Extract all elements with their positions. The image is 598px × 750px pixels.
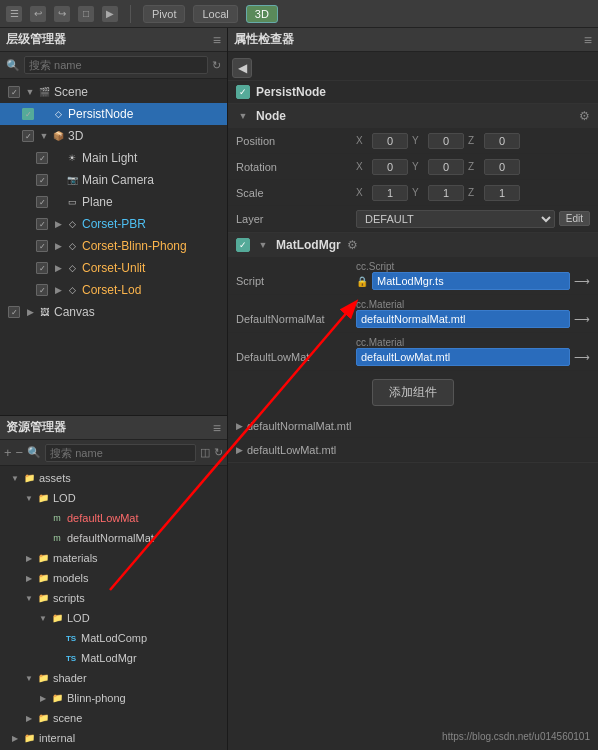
asset-item-defaultnormalmat[interactable]: m defaultNormalMat xyxy=(0,528,227,548)
refresh-icon[interactable]: ↻ xyxy=(212,59,221,72)
asset-item-scene[interactable]: 📁 scene xyxy=(0,708,227,728)
redo-icon[interactable]: ↪ xyxy=(54,6,70,22)
node-header[interactable]: Node ⚙ xyxy=(228,104,598,128)
asset-item-lod[interactable]: 📁 LOD xyxy=(0,488,227,508)
layer-select[interactable]: DEFAULT xyxy=(356,210,555,228)
vis-cb-corset-pbr[interactable]: ✓ xyxy=(36,218,48,230)
matlod-checkbox[interactable]: ✓ xyxy=(236,238,250,252)
persist-checkbox[interactable]: ✓ xyxy=(236,85,250,99)
asset-item-blinn[interactable]: 📁 Blinn-phong xyxy=(0,688,227,708)
scale-y-input[interactable] xyxy=(428,185,464,201)
arrow-scripts[interactable] xyxy=(22,591,36,605)
menu-icon[interactable]: ☰ xyxy=(6,6,22,22)
vis-cb-scene[interactable]: ✓ xyxy=(8,86,20,98)
add-asset-icon[interactable]: + xyxy=(4,445,12,460)
arrow-corset-unlit[interactable] xyxy=(51,261,65,275)
back-btn[interactable]: ◀ xyxy=(232,58,252,78)
hierarchy-menu-icon[interactable]: ≡ xyxy=(213,32,221,48)
node-gear-icon[interactable]: ⚙ xyxy=(579,109,590,123)
assets-menu-icon[interactable]: ≡ xyxy=(213,420,221,436)
tree-item-3d[interactable]: ✓ 📦 3D xyxy=(0,125,227,147)
arrow-corset-blinn[interactable] xyxy=(51,239,65,253)
default-normal-mat-input[interactable] xyxy=(356,310,570,328)
script-link-icon[interactable]: ⟶ xyxy=(574,275,590,288)
rot-x-input[interactable] xyxy=(372,159,408,175)
tree-item-plane[interactable]: ✓ ▭ Plane xyxy=(0,191,227,213)
vis-cb-corset-blinn[interactable]: ✓ xyxy=(36,240,48,252)
arrow-scripts-lod[interactable] xyxy=(36,611,50,625)
asset-item-models[interactable]: 📁 models xyxy=(0,568,227,588)
vis-cb-persistnode[interactable]: ✓ xyxy=(22,108,34,120)
search-asset-icon[interactable]: 🔍 xyxy=(27,446,41,459)
arrow-models[interactable] xyxy=(22,571,36,585)
script-input[interactable] xyxy=(372,272,570,290)
asset-item-assets[interactable]: 📁 assets xyxy=(0,468,227,488)
tree-item-persistnode[interactable]: ✓ ◇ PersistNode xyxy=(0,103,227,125)
matlod-header[interactable]: ✓ MatLodMgr ⚙ xyxy=(228,233,598,257)
asset-item-matlodmgr[interactable]: TS MatLodMgr xyxy=(0,648,227,668)
pos-x-input[interactable] xyxy=(372,133,408,149)
vis-cb-plane[interactable]: ✓ xyxy=(36,196,48,208)
collapse-icon[interactable]: ◫ xyxy=(200,446,210,459)
layer-edit-btn[interactable]: Edit xyxy=(559,211,590,226)
pos-y-input[interactable] xyxy=(428,133,464,149)
rot-z-input[interactable] xyxy=(484,159,520,175)
scale-x-input[interactable] xyxy=(372,185,408,201)
asset-item-defaultlowmat[interactable]: m defaultLowMat xyxy=(0,508,227,528)
expand-row-low[interactable]: ▶ defaultLowMat.mtl xyxy=(228,438,598,462)
tree-item-scene[interactable]: ✓ 🎬 Scene xyxy=(0,81,227,103)
refresh-asset-icon[interactable]: ↻ xyxy=(214,446,223,459)
arrow-shader[interactable] xyxy=(22,671,36,685)
asset-item-shader[interactable]: 📁 shader xyxy=(0,668,227,688)
vis-cb-mainlight[interactable]: ✓ xyxy=(36,152,48,164)
inspector-menu-icon[interactable]: ≡ xyxy=(584,32,592,48)
vis-cb-canvas[interactable]: ✓ xyxy=(8,306,20,318)
assets-search-input[interactable] xyxy=(45,444,196,462)
tree-item-mainlight[interactable]: ✓ ☀ Main Light xyxy=(0,147,227,169)
low-mat-link-icon[interactable]: ⟶ xyxy=(574,351,590,364)
hierarchy-search-input[interactable] xyxy=(24,56,208,74)
tree-item-corset-blinn[interactable]: ✓ ◇ Corset-Blinn-Phong xyxy=(0,235,227,257)
arrow-3d[interactable] xyxy=(37,129,51,143)
vis-cb-3d[interactable]: ✓ xyxy=(22,130,34,142)
delete-asset-icon[interactable]: − xyxy=(16,445,24,460)
tree-item-corset-unlit[interactable]: ✓ ◇ Corset-Unlit xyxy=(0,257,227,279)
add-component-btn[interactable]: 添加组件 xyxy=(372,379,454,406)
tree-item-corset-pbr[interactable]: ✓ ◇ Corset-PBR xyxy=(0,213,227,235)
local-btn[interactable]: Local xyxy=(193,5,237,23)
arrow-canvas[interactable] xyxy=(23,305,37,319)
default-low-mat-input[interactable] xyxy=(356,348,570,366)
vis-cb-corset-lod[interactable]: ✓ xyxy=(36,284,48,296)
vis-cb-corset-unlit[interactable]: ✓ xyxy=(36,262,48,274)
pivot-btn[interactable]: Pivot xyxy=(143,5,185,23)
asset-item-materials[interactable]: 📁 materials xyxy=(0,548,227,568)
expand-row-normal[interactable]: ▶ defaultNormalMat.mtl xyxy=(228,414,598,438)
matlod-gear-icon[interactable]: ⚙ xyxy=(347,238,358,252)
normal-mat-link-icon[interactable]: ⟶ xyxy=(574,313,590,326)
matlod-arrow[interactable] xyxy=(256,238,270,252)
pos-z-input[interactable] xyxy=(484,133,520,149)
tree-item-maincamera[interactable]: ✓ 📷 Main Camera xyxy=(0,169,227,191)
asset-item-internal[interactable]: 📁 internal xyxy=(0,728,227,748)
play-icon[interactable]: ▶ xyxy=(102,6,118,22)
tree-item-canvas[interactable]: ✓ 🖼 Canvas xyxy=(0,301,227,323)
save-icon[interactable]: □ xyxy=(78,6,94,22)
arrow-internal[interactable] xyxy=(8,731,22,745)
asset-item-scripts-lod[interactable]: 📁 LOD xyxy=(0,608,227,628)
arrow-corset-pbr[interactable] xyxy=(51,217,65,231)
arrow-materials[interactable] xyxy=(22,551,36,565)
scale-z-input[interactable] xyxy=(484,185,520,201)
arrow-blinn[interactable] xyxy=(36,691,50,705)
tree-item-corset-lod[interactable]: ✓ ◇ Corset-Lod xyxy=(0,279,227,301)
arrow-scene-asset[interactable] xyxy=(22,711,36,725)
undo-icon[interactable]: ↩ xyxy=(30,6,46,22)
asset-item-matlodcomp[interactable]: TS MatLodComp xyxy=(0,628,227,648)
3d-btn[interactable]: 3D xyxy=(246,5,278,23)
arrow-assets[interactable] xyxy=(8,471,22,485)
arrow-corset-lod[interactable] xyxy=(51,283,65,297)
arrow-scene[interactable] xyxy=(23,85,37,99)
vis-cb-maincamera[interactable]: ✓ xyxy=(36,174,48,186)
node-arrow[interactable] xyxy=(236,109,250,123)
asset-item-scripts[interactable]: 📁 scripts xyxy=(0,588,227,608)
rot-y-input[interactable] xyxy=(428,159,464,175)
